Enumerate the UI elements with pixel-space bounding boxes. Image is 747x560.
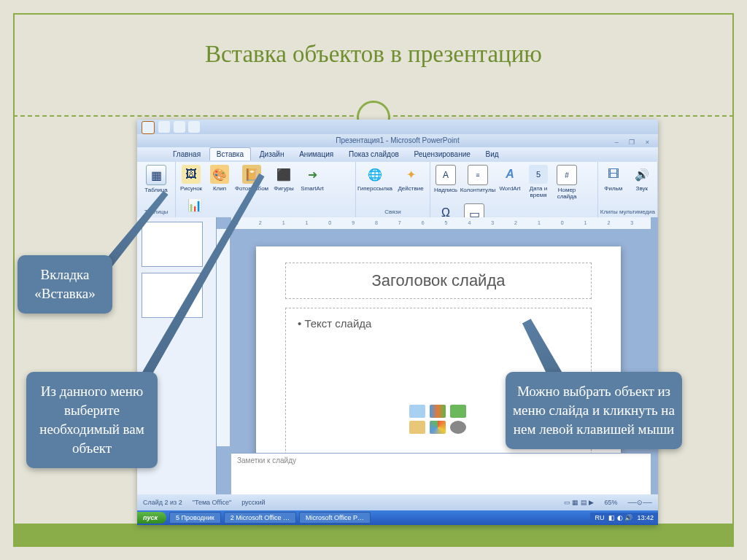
status-theme: "Тема Office" (193, 499, 231, 506)
thumbnail-slide[interactable] (142, 222, 203, 267)
tray-clock: 13:42 (637, 514, 654, 521)
movie-icon: 🎞 (604, 165, 623, 184)
taskbar-button[interactable]: 2 Microsoft Office … (224, 512, 296, 524)
tab-insert[interactable]: Вставка (209, 147, 251, 160)
quick-access-toolbar (137, 120, 658, 134)
footer-bar (13, 524, 734, 547)
insert-smartart-icon[interactable] (450, 405, 466, 418)
ribbon-btn-clipart[interactable]: 🎨Клип (206, 163, 233, 192)
title-placeholder[interactable]: Заголовок слайда (285, 262, 592, 299)
ribbon-btn-movie[interactable]: 🎞Фильм (600, 163, 627, 192)
windows-taskbar: пуск 5 Проводник 2 Microsoft Office … Mi… (137, 510, 658, 525)
ribbon-btn-sound[interactable]: 🔊Звук (629, 163, 655, 192)
notes-pane[interactable]: Заметки к слайду (231, 453, 651, 497)
smartart-icon: ➜ (303, 165, 322, 184)
slide-title: Вставка объектов в презентацию (0, 41, 747, 68)
ribbon-group-text: AНадпись ≡Колонтитулы AWordArt 5Дата и в… (430, 162, 598, 217)
tray-icons[interactable]: ◧ ◐ 🔊 (608, 514, 632, 521)
callout-menu: Из данного меню выберите необходимый вам… (26, 372, 158, 468)
tab-design[interactable]: Дизайн (253, 148, 291, 160)
ribbon: ▦Таблица Таблицы 🖼Рисунок 🎨Клип 📔Фотоаль… (137, 162, 658, 218)
tab-view[interactable]: Вид (479, 148, 506, 160)
tab-home[interactable]: Главная (166, 148, 207, 160)
hyperlink-icon: 🌐 (365, 165, 384, 184)
ribbon-btn-hyperlink[interactable]: 🌐Гиперссылка (358, 163, 392, 192)
wordart-icon: A (500, 165, 519, 184)
window-controls[interactable]: – ❐ × (615, 136, 654, 149)
ribbon-btn-textbox[interactable]: AНадпись (433, 163, 459, 193)
taskbar-button[interactable]: 5 Проводник (169, 512, 221, 524)
tray-language[interactable]: RU (595, 514, 604, 521)
office-button[interactable] (142, 121, 155, 134)
clipart-icon: 🎨 (210, 165, 229, 184)
status-language[interactable]: русский (241, 499, 265, 506)
table-icon: ▦ (146, 165, 166, 185)
ribbon-tabs: Главная Вставка Дизайн Анимация Показ сл… (137, 147, 658, 162)
qat-undo-icon[interactable] (174, 121, 185, 133)
body-placeholder-text: Текст слайда (298, 317, 579, 330)
insert-chart-icon[interactable] (430, 405, 446, 418)
status-bar: Слайд 2 из 2 "Тема Office" русский ▭ ▦ ▤… (137, 494, 658, 510)
slidenumber-icon: # (557, 165, 577, 185)
horizontal-ruler: 1 2 1 1 0 9 8 7 6 5 4 3 2 1 0 1 2 3 4 5 … (231, 217, 651, 229)
textbox-icon: A (436, 165, 456, 185)
ribbon-btn-datetime[interactable]: 5Дата и время (525, 163, 551, 198)
datetime-icon: 5 (529, 165, 548, 184)
action-icon: ✦ (401, 165, 420, 184)
tab-slideshow[interactable]: Показ слайдов (342, 148, 406, 160)
qat-save-icon[interactable] (158, 121, 170, 133)
ribbon-btn-wordart[interactable]: AWordArt (497, 163, 523, 192)
chart-icon: 📊 (185, 195, 204, 214)
ribbon-btn-smartart[interactable]: ➜SmartArt (299, 163, 325, 192)
status-slide-counter: Слайд 2 из 2 (143, 499, 182, 506)
ribbon-btn-table[interactable]: ▦Таблица (139, 163, 173, 193)
view-buttons[interactable]: ▭ ▦ ▤ ▶ (564, 499, 595, 506)
insert-media-icon[interactable] (450, 421, 466, 434)
ribbon-group-links: 🌐Гиперссылка ✦Действие Связи (356, 162, 430, 217)
taskbar-button[interactable]: Microsoft Office P… (299, 512, 371, 524)
callout-tab: Вкладка «Вставка» (18, 255, 112, 314)
start-button[interactable]: пуск (137, 512, 166, 524)
ribbon-btn-headerfooter[interactable]: ≡Колонтитулы (461, 163, 495, 193)
editor-area: 1 2 1 1 0 9 8 7 6 5 4 3 2 1 0 1 2 3 4 5 … (217, 217, 658, 497)
ribbon-btn-shapes[interactable]: ⬛Фигуры (271, 163, 297, 192)
insert-table-icon[interactable] (409, 405, 425, 418)
insert-picture-icon[interactable] (409, 421, 425, 434)
ribbon-btn-picture[interactable]: 🖼Рисунок (178, 163, 204, 192)
status-zoom[interactable]: 65% (604, 499, 617, 506)
tab-animation[interactable]: Анимация (293, 148, 340, 160)
ribbon-group-illustrations: 🖼Рисунок 🎨Клип 📔Фотоальбом ⬛Фигуры ➜Smar… (176, 162, 356, 217)
qat-redo-icon[interactable] (188, 121, 200, 133)
window-titlebar: Презентация1 - Microsoft PowerPoint – ❐ … (137, 134, 658, 147)
system-tray[interactable]: RU ◧ ◐ 🔊 13:42 (590, 513, 658, 523)
insert-clipart-icon[interactable] (430, 421, 446, 434)
tab-review[interactable]: Рецензирование (408, 148, 477, 160)
ribbon-btn-action[interactable]: ✦Действие (394, 163, 427, 192)
powerpoint-window: Презентация1 - Microsoft PowerPoint – ❐ … (137, 120, 658, 525)
ribbon-group-media: 🎞Фильм 🔊Звук Клипы мультимедиа (598, 162, 658, 217)
callout-slide-object: Можно выбрать объект из меню слайда и кл… (506, 372, 682, 449)
headerfooter-icon: ≡ (468, 165, 488, 185)
zoom-slider[interactable]: ──⊙── (627, 499, 652, 506)
content-placeholder-icons (409, 405, 468, 434)
shapes-icon: ⬛ (274, 165, 293, 184)
picture-icon: 🖼 (182, 165, 201, 184)
sound-icon: 🔊 (632, 165, 651, 184)
vertical-ruler (217, 229, 230, 446)
window-title: Презентация1 - Microsoft PowerPoint (336, 136, 459, 144)
ribbon-btn-slidenumber[interactable]: #Номер слайда (554, 163, 580, 200)
